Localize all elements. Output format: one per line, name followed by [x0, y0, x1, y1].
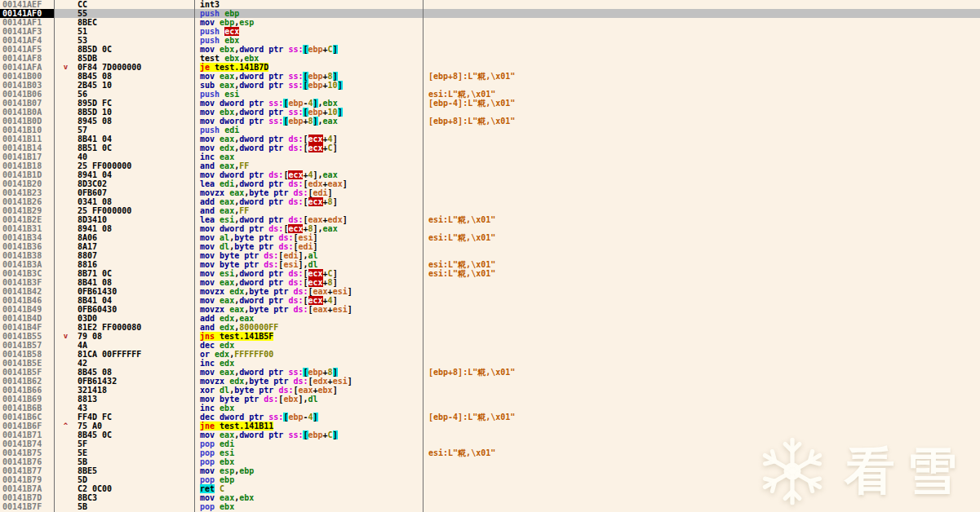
disasm-row[interactable]: 00141AF58B5D 0Cmov ebx,dword ptr ss:[ebp…	[0, 45, 980, 54]
instruction-cell: pop ebp	[194, 475, 423, 484]
disasm-row[interactable]: 00141B698813mov byte ptr ds:[ebx],dl	[0, 395, 980, 404]
address-cell: 00141B66	[0, 386, 54, 395]
disasm-row[interactable]: 00141B7D8BC3mov eax,ebx	[0, 493, 980, 502]
address-cell: 00141B6B	[0, 404, 54, 413]
disasm-row[interactable]: 00141B388807mov byte ptr ds:[edi],al	[0, 251, 980, 260]
disasm-row[interactable]: 00141B4D03D0add edx,eax	[0, 314, 980, 323]
disasm-row[interactable]: 00141B318941 08mov dword ptr ds:[ecx+8],…	[0, 224, 980, 233]
disasm-row[interactable]: 00141B5F8B45 08mov eax,dword ptr ss:[ebp…	[0, 368, 980, 377]
address-cell: 00141B18	[0, 161, 54, 170]
disasm-row[interactable]: 00141B2925 FF000000and eax,FF	[0, 206, 980, 215]
bytes-cell: 5E	[78, 448, 194, 457]
disasm-row[interactable]: 00141B0656push esiesi:L"糀,\x01"	[0, 90, 980, 99]
bytes-cell: 8941 04	[78, 170, 194, 179]
address-cell: 00141B74	[0, 439, 54, 448]
address-cell: 00141B71	[0, 430, 54, 439]
disasm-row[interactable]: 00141AF18BECmov ebp,esp	[0, 18, 980, 27]
instruction-cell: mov al,byte ptr ds:[esi]	[194, 233, 423, 242]
disasm-row[interactable]: 00141B3C8B71 0Cmov esi,dword ptr ds:[ecx…	[0, 269, 980, 278]
instruction-cell: je test.141B7D	[194, 63, 423, 72]
instruction-cell: xor dl,byte ptr ds:[eax+ebx]	[194, 386, 423, 395]
disasm-row[interactable]: 00141B7F5Bpop ebx	[0, 502, 980, 511]
address-cell: 00141B11	[0, 135, 54, 143]
disasm-row[interactable]: 00141B468B41 04mov eax,dword ptr ds:[ecx…	[0, 296, 980, 305]
column-separator-instruction[interactable]	[423, 0, 423, 512]
disasm-row[interactable]: 00141B765Bpop ebx	[0, 457, 980, 466]
disasm-row[interactable]: 00141B0A8B5D 10mov ebx,dword ptr ss:[ebp…	[0, 108, 980, 117]
disasm-row[interactable]: 00141B6F^75 A0jne test.141B11	[0, 422, 980, 430]
disasm-row[interactable]: 00141B66321418xor dl,byte ptr ds:[eax+eb…	[0, 386, 980, 395]
disasm-row[interactable]: 00141AF453push ebx	[0, 36, 980, 45]
address-cell: 00141AFA	[0, 63, 54, 72]
jump-mark-cell	[54, 466, 78, 475]
column-separator-bytes[interactable]	[194, 0, 195, 512]
jump-mark-cell	[54, 206, 78, 215]
disasm-row[interactable]: 00141B2E8D3410lea esi,dword ptr ds:[eax+…	[0, 215, 980, 224]
disasm-row[interactable]: 00141B6CFF4D FCdec dword ptr ss:[ebp-4][…	[0, 413, 980, 422]
disasm-row[interactable]: 00141B5E42inc edx	[0, 359, 980, 368]
disasm-row[interactable]: 00141B148B51 0Cmov edx,dword ptr ds:[ecx…	[0, 143, 980, 152]
comment-cell: [ebp+8]:L"糀,\x01"	[423, 72, 980, 81]
disasm-row[interactable]: 00141B745Fpop edi	[0, 439, 980, 448]
disasm-row[interactable]: 00141B0D8945 08mov dword ptr ss:[ebp+8],…	[0, 117, 980, 126]
disasm-row[interactable]: 00141B755Epop esiesi:L"糀,\x01"	[0, 448, 980, 457]
jump-mark-cell	[54, 305, 78, 314]
bytes-cell: 2B45 10	[78, 81, 194, 90]
disasm-row[interactable]: 00141B07895D FCmov dword ptr ss:[ebp-4],…	[0, 99, 980, 108]
comment-cell	[423, 161, 980, 170]
jump-mark-cell	[54, 413, 78, 422]
jump-mark-cell	[54, 502, 78, 511]
disasm-row[interactable]: 00141B7AC2 0C00ret C	[0, 484, 980, 493]
disasm-row[interactable]: 00141B208D3C02lea edi,dword ptr ds:[edx+…	[0, 179, 980, 188]
disasm-row[interactable]: 00141AF885DBtest ebx,ebx	[0, 54, 980, 63]
comment-cell	[423, 395, 980, 404]
disasm-row[interactable]: 00141B1740inc eax	[0, 152, 980, 161]
disasm-row[interactable]: 00141B230FB607movzx eax,byte ptr ds:[edi…	[0, 188, 980, 197]
disasm-row[interactable]: 00141B490FB60430movzx eax,byte ptr ds:[e…	[0, 305, 980, 314]
comment-cell	[423, 278, 980, 287]
bytes-cell: 895D FC	[78, 99, 194, 108]
disasm-row[interactable]: 00141B420FB61430movzx edx,byte ptr ds:[e…	[0, 287, 980, 296]
column-separator-address[interactable]	[54, 0, 55, 512]
jump-mark-cell	[54, 36, 78, 45]
instruction-cell: inc ebx	[194, 404, 423, 413]
disasm-row[interactable]: 00141B55v79 08jns test.141B5F	[0, 332, 980, 341]
address-cell: 00141B4F	[0, 323, 54, 332]
disasm-row[interactable]: 00141B118B41 04mov eax,dword ptr ds:[ecx…	[0, 135, 980, 143]
disasm-row[interactable]: 00141AFAv0F84 7D000000je test.141B7D	[0, 63, 980, 72]
disasm-row[interactable]: 00141B4F81E2 FF000080and edx,800000FF	[0, 323, 980, 332]
disasm-row[interactable]: 00141AF055push ebp	[0, 9, 980, 18]
jump-mark-cell	[54, 359, 78, 368]
disasm-row[interactable]: 00141AF351push ecx	[0, 27, 980, 36]
bytes-cell: 25 FF000000	[78, 206, 194, 215]
disasm-row[interactable]: 00141B032B45 10sub eax,dword ptr ss:[ebp…	[0, 81, 980, 90]
disasm-row[interactable]: 00141B348A06mov al,byte ptr ds:[esi]esi:…	[0, 233, 980, 242]
bytes-cell: 03D0	[78, 314, 194, 323]
disasm-row[interactable]: 00141B5881CA 00FFFFFFor edx,FFFFFF00	[0, 350, 980, 359]
bytes-cell: 0FB61432	[78, 377, 194, 386]
address-cell: 00141B36	[0, 242, 54, 251]
comment-cell	[423, 206, 980, 215]
disasm-row[interactable]: 00141B3F8B41 08mov eax,dword ptr ds:[ecx…	[0, 278, 980, 287]
bytes-cell: 8B5D 0C	[78, 45, 194, 54]
disasm-row[interactable]: 00141B1825 FF000000and eax,FF	[0, 161, 980, 170]
instruction-cell: mov byte ptr ds:[ebx],dl	[194, 395, 423, 404]
disasm-row[interactable]: 00141B260341 08add eax,dword ptr ds:[ecx…	[0, 197, 980, 206]
disasm-row[interactable]: 00141B368A17mov dl,byte ptr ds:[edi]	[0, 242, 980, 251]
disasm-row[interactable]: 00141B718B45 0Cmov eax,dword ptr ss:[ebp…	[0, 430, 980, 439]
disasm-row[interactable]: 00141B620FB61432movzx edx,byte ptr ds:[e…	[0, 377, 980, 386]
disasm-row[interactable]: 00141B778BE5mov esp,ebp	[0, 466, 980, 475]
disasm-row[interactable]: 00141B6B43inc ebx	[0, 404, 980, 413]
disasm-row[interactable]: 00141B1D8941 04mov dword ptr ds:[ecx+4],…	[0, 170, 980, 179]
address-cell: 00141B2E	[0, 215, 54, 224]
disasm-row[interactable]: 00141B3A8816mov byte ptr ds:[esi],dlesi:…	[0, 260, 980, 269]
instruction-cell: and eax,FF	[194, 206, 423, 215]
disasm-row[interactable]: 00141AEFCCint3	[0, 0, 980, 9]
instruction-cell: add eax,dword ptr ds:[ecx+8]	[194, 197, 423, 206]
comment-cell: esi:L"糀,\x01"	[423, 448, 980, 457]
disasm-row[interactable]: 00141B008B45 08mov eax,dword ptr ss:[ebp…	[0, 72, 980, 81]
disasm-row[interactable]: 00141B574Adec edx	[0, 341, 980, 350]
disasm-row[interactable]: 00141B1057push edi	[0, 126, 980, 135]
disassembly-view: 00141AEFCCint300141AF055push ebp00141AF1…	[0, 0, 980, 512]
disasm-row[interactable]: 00141B795Dpop ebp	[0, 475, 980, 484]
